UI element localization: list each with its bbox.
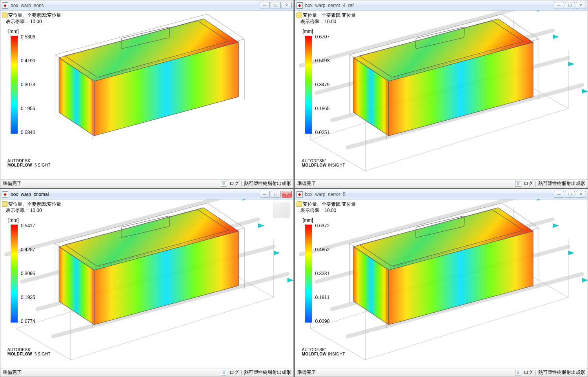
lock-icon	[2, 201, 7, 207]
svg-marker-74	[582, 278, 588, 283]
legend-tick: 0.0251	[315, 130, 330, 135]
close-button[interactable]: ✕	[576, 2, 586, 9]
minimize-button[interactable]: —	[554, 2, 564, 9]
minimize-button[interactable]: —	[260, 191, 270, 198]
legend-tick: 0.0290	[315, 319, 330, 324]
log-label[interactable]: ログ	[524, 180, 533, 187]
maximize-button[interactable]: ❐	[271, 191, 281, 198]
log-label[interactable]: ログ	[524, 369, 533, 376]
result-label: 変位量、全要素因:変位量 表示倍率 = 10.00	[2, 12, 61, 25]
legend-tick: 0.1865	[315, 106, 330, 111]
window-titlebar[interactable]: ◆ box_warp_cerror_5 — ❐ ✕	[295, 189, 588, 199]
log-label[interactable]: ログ	[229, 180, 239, 187]
svg-marker-71	[537, 199, 543, 201]
svg-marker-22	[552, 34, 559, 39]
window-title: box_warp_cerror_4_ref	[305, 3, 552, 8]
legend-tick: 0.4190	[21, 58, 35, 63]
model-viewport[interactable]: 変位量、全要素因:変位量 表示倍率 = 10.00 [mm] 0.63720.4…	[295, 199, 588, 368]
result-label: 変位量、全要素因:変位量 表示倍率 = 10.00	[297, 201, 356, 214]
separator	[535, 370, 536, 375]
color-legend-ticks: 0.53060.41900.30730.19560.0840	[21, 34, 35, 135]
color-legend-bar	[11, 36, 18, 134]
app-icon: ◆	[297, 2, 303, 9]
window-title: box_warp_cerror_5	[305, 192, 552, 197]
separator	[241, 181, 242, 187]
separator	[535, 181, 536, 187]
model-viewport[interactable]: 変位量、全要素因:変位量 表示倍率 = 10.00 [mm] 0.54170.4…	[0, 199, 293, 368]
app-icon: ◆	[2, 2, 8, 9]
window-titlebar[interactable]: ◆ box_warp_nonc — ❐ ✕	[0, 0, 293, 11]
status-text: 準備完了	[297, 369, 513, 376]
result-label: 変位量、全要素因:変位量 表示倍率 = 10.00	[2, 201, 61, 214]
unit-label: [mm]	[8, 29, 19, 34]
log-icon[interactable]: ▤	[515, 181, 521, 187]
close-button[interactable]: ✕	[576, 191, 586, 198]
unit-label: [mm]	[303, 29, 313, 34]
log-icon[interactable]: ▤	[221, 370, 227, 375]
mode-label: 熱可塑性樹脂射出成形	[244, 369, 291, 376]
mode-label: 熱可塑性樹脂射出成形	[538, 369, 585, 376]
close-button[interactable]: ✕	[282, 191, 292, 198]
minimize-button[interactable]: —	[260, 2, 270, 9]
brand-watermark: AUTODESK' MOLDFLOW INSIGHT	[302, 159, 345, 167]
maximize-button[interactable]: ❐	[565, 191, 575, 198]
maximize-button[interactable]: ❐	[565, 2, 575, 9]
lock-icon	[297, 13, 302, 18]
app-icon: ◆	[2, 191, 8, 198]
unit-label: [mm]	[303, 218, 313, 223]
color-legend-ticks: 0.54170.42570.30960.19350.0774	[21, 223, 35, 324]
window-titlebar[interactable]: ◆ box_warp_cnomal — ❐ ✕	[0, 189, 293, 199]
app-icon: ◆	[297, 191, 303, 198]
legend-tick: 0.6372	[315, 223, 330, 228]
color-legend-bar	[305, 36, 312, 134]
color-legend-ticks: 0.67070.50930.34790.18650.0251	[315, 34, 330, 135]
legend-tick: 0.1956	[21, 106, 35, 111]
color-legend-bar	[305, 225, 312, 323]
svg-marker-21	[537, 11, 543, 12]
legend-tick: 0.5417	[21, 223, 35, 228]
legend-tick: 0.5093	[315, 58, 330, 63]
status-bar: 準備完了 ▤ ログ 熱可塑性樹脂射出成形	[0, 179, 293, 188]
legend-tick: 0.4257	[21, 247, 35, 252]
separator	[241, 370, 242, 375]
viewport-pane: ◆ box_warp_nonc — ❐ ✕	[0, 0, 294, 188]
brand-watermark: AUTODESK' MOLDFLOW INSIGHT	[302, 348, 345, 356]
log-label[interactable]: ログ	[229, 369, 239, 376]
lock-icon	[2, 13, 7, 18]
svg-marker-48	[274, 250, 280, 255]
color-legend-bar	[11, 225, 18, 323]
legend-tick: 0.4852	[315, 247, 330, 252]
status-bar: 準備完了 ▤ ログ 熱可塑性樹脂射出成形	[295, 179, 588, 188]
viewport-pane: ◆ box_warp_cnomal — ❐ ✕	[0, 189, 294, 377]
minimize-button[interactable]: —	[554, 191, 564, 198]
legend-tick: 0.6707	[315, 34, 330, 40]
brand-watermark: AUTODESK' MOLDFLOW INSIGHT	[7, 159, 51, 167]
svg-marker-72	[552, 223, 559, 228]
legend-tick: 0.3331	[315, 271, 330, 276]
unit-label: [mm]	[8, 218, 19, 223]
legend-tick: 0.0840	[21, 130, 35, 135]
view-cube[interactable]	[273, 202, 289, 218]
result-label: 変位量、全要素因:変位量 表示倍率 = 10.00	[297, 12, 356, 25]
model-viewport[interactable]: 変位量、全要素因:変位量 表示倍率 = 10.00 [mm] 0.53060.4…	[0, 11, 293, 179]
window-titlebar[interactable]: ◆ box_warp_cerror_4_ref — ❐ ✕	[295, 0, 588, 11]
maximize-button[interactable]: ❐	[271, 2, 281, 9]
status-text: 準備完了	[3, 180, 218, 187]
window-title: box_warp_cnomal	[11, 192, 257, 197]
legend-tick: 0.3479	[315, 82, 330, 87]
mode-label: 熱可塑性樹脂射出成形	[244, 180, 291, 187]
log-icon[interactable]: ▤	[221, 181, 227, 187]
mode-label: 熱可塑性樹脂射出成形	[538, 180, 585, 187]
model-viewport[interactable]: 変位量、全要素因:変位量 表示倍率 = 10.00 [mm] 0.67070.5…	[295, 11, 588, 179]
status-text: 準備完了	[297, 180, 513, 187]
svg-marker-47	[258, 223, 264, 228]
svg-marker-46	[242, 199, 249, 201]
lock-icon	[297, 201, 302, 207]
legend-tick: 0.3073	[21, 82, 35, 87]
log-icon[interactable]: ▤	[515, 370, 521, 375]
status-bar: 準備完了 ▤ ログ 熱可塑性樹脂射出成形	[0, 368, 293, 377]
brand-watermark: AUTODESK' MOLDFLOW INSIGHT	[7, 348, 51, 356]
legend-tick: 0.1935	[21, 295, 35, 300]
close-button[interactable]: ✕	[282, 2, 292, 9]
viewport-pane: ◆ box_warp_cerror_4_ref — ❐ ✕	[295, 0, 588, 188]
